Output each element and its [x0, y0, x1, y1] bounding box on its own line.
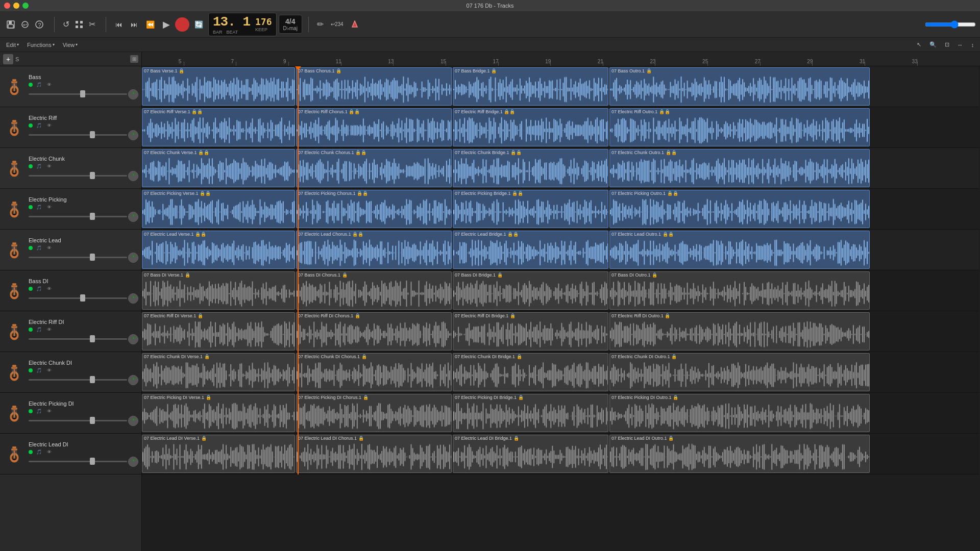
- pan-knob-bass-di[interactable]: [128, 293, 138, 304]
- fader-knob-electric-picking-di[interactable]: [90, 417, 95, 424]
- track-mute-electric-riff[interactable]: 🎵: [35, 122, 43, 129]
- track-lane-bass[interactable]: 07 Bass Verse.1 🔒07 Bass Chorus.1 🔒07 Ba…: [142, 66, 979, 107]
- track-mute-electric-lead[interactable]: 🎵: [35, 245, 43, 251]
- track-lane-electric-picking-di[interactable]: 07 Electric Picking DI Verse.1 🔒07 Elect…: [142, 393, 979, 434]
- track-lane-electric-lead-di[interactable]: 07 Electric Lead DI Verse.1 🔒07 Electric…: [142, 434, 979, 474]
- track-lane-electric-lead[interactable]: 07 Electric Lead Verse.1 🔒🔒07 Electric L…: [142, 230, 979, 270]
- clip-bass-2[interactable]: 07 Bass Bridge.1 🔒: [453, 67, 608, 106]
- clip-bass-1[interactable]: 07 Bass Chorus.1 🔒: [296, 67, 452, 106]
- track-mute-bass-di[interactable]: 🎵: [35, 286, 43, 292]
- view-menu-button[interactable]: View ▾: [60, 41, 81, 49]
- track-solo-bass-di[interactable]: 👁: [45, 286, 53, 292]
- clip-electric-picking-di-0[interactable]: 07 Electric Picking DI Verse.1 🔒: [142, 394, 295, 432]
- pan-knob-electric-lead[interactable]: [128, 253, 138, 263]
- clip-electric-picking-di-2[interactable]: 07 Electric Picking DI Bridge.1 🔒: [453, 394, 608, 432]
- play-button[interactable]: ▶: [160, 17, 173, 32]
- clip-electric-picking-3[interactable]: 07 Electric Picking Outro.1 🔒🔒: [609, 190, 870, 228]
- fader-knob-electric-riff-di[interactable]: [90, 335, 95, 342]
- track-lane-electric-riff-di[interactable]: 07 Electric Riff DI Verse.1 🔒07 Electric…: [142, 311, 979, 352]
- clip-electric-lead-0[interactable]: 07 Electric Lead Verse.1 🔒🔒: [142, 231, 295, 269]
- clip-electric-chunk-di-1[interactable]: 07 Electric Chunk DI Chorus.1 🔒: [296, 353, 452, 391]
- close-button[interactable]: [4, 3, 10, 9]
- edit-menu-button[interactable]: Edit ▾: [3, 41, 22, 49]
- track-mute-electric-riff-di[interactable]: 🎵: [35, 327, 43, 333]
- pan-knob-electric-chunk[interactable]: [128, 171, 138, 181]
- clip-bass-di-1[interactable]: 07 Bass DI Chorus.1 🔒: [296, 271, 452, 310]
- clip-electric-lead-di-1[interactable]: 07 Electric Lead DI Chorus.1 🔒: [296, 435, 452, 473]
- maximize-button[interactable]: [22, 3, 29, 9]
- functions-menu-button[interactable]: Functions ▾: [24, 41, 58, 49]
- ruler[interactable]: 579111315171921232527293133: [142, 52, 980, 66]
- fader-knob-bass[interactable]: [80, 90, 85, 97]
- track-lane-electric-chunk-di[interactable]: 07 Electric Chunk DI Verse.1 🔒07 Electri…: [142, 352, 979, 393]
- clip-electric-picking-2[interactable]: 07 Electric Picking Bridge.1 🔒🔒: [453, 190, 608, 228]
- revert-button[interactable]: ↩: [18, 18, 32, 31]
- clip-electric-lead-3[interactable]: 07 Electric Lead Outro.1 🔒🔒: [609, 231, 870, 269]
- clip-electric-riff-0[interactable]: 07 Electric Riff Verse.1 🔒🔒: [142, 108, 295, 146]
- track-solo-electric-riff[interactable]: 👁: [45, 122, 53, 129]
- pan-knob-electric-chunk-di[interactable]: [128, 375, 138, 385]
- clip-electric-picking-1[interactable]: 07 Electric Picking Chorus.1 🔒🔒: [296, 190, 452, 228]
- pan-knob-electric-picking[interactable]: [128, 212, 138, 222]
- track-solo-electric-chunk-di[interactable]: 👁: [45, 367, 53, 373]
- fit-tracks-button[interactable]: ⊡: [942, 40, 952, 49]
- minimize-button[interactable]: [13, 3, 19, 9]
- help-button[interactable]: ?: [33, 18, 46, 31]
- pointer-tool[interactable]: ↖: [914, 40, 924, 49]
- pan-knob-electric-lead-di[interactable]: [128, 457, 138, 467]
- clip-bass-3[interactable]: 07 Bass Outro.1 🔒: [609, 67, 870, 106]
- clip-bass-di-0[interactable]: 07 Bass DI Verse.1 🔒: [142, 271, 295, 310]
- fader-knob-electric-lead[interactable]: [90, 254, 95, 261]
- zoom-vertical-button[interactable]: ↕: [968, 41, 977, 49]
- track-mute-electric-picking[interactable]: 🎵: [35, 204, 43, 210]
- pan-knob-electric-riff[interactable]: [128, 130, 138, 140]
- clip-electric-lead-di-0[interactable]: 07 Electric Lead DI Verse.1 🔒: [142, 435, 295, 473]
- track-list-options[interactable]: ⊞: [130, 55, 138, 63]
- track-mute-electric-picking-di[interactable]: 🎵: [35, 408, 43, 414]
- clip-electric-lead-di-2[interactable]: 07 Electric Lead DI Bridge.1 🔒: [453, 435, 608, 473]
- rewind-button[interactable]: ⏮: [112, 18, 126, 31]
- clip-electric-picking-di-1[interactable]: 07 Electric Picking DI Chorus.1 🔒: [296, 394, 452, 432]
- clip-electric-riff-1[interactable]: 07 Electric Riff Chorus.1 🔒🔒: [296, 108, 452, 146]
- loop-button[interactable]: ↺: [61, 17, 71, 31]
- skip-back-button[interactable]: ⏪: [143, 18, 158, 31]
- track-lane-bass-di[interactable]: 07 Bass DI Verse.1 🔒07 Bass DI Chorus.1 …: [142, 270, 979, 311]
- clip-electric-picking-0[interactable]: 07 Electric Picking Verse.1 🔒🔒: [142, 190, 295, 228]
- fader-knob-electric-riff[interactable]: [90, 131, 95, 138]
- track-mute-electric-chunk-di[interactable]: 🎵: [35, 367, 43, 373]
- track-mute-bass[interactable]: 🎵: [35, 82, 43, 88]
- record-button[interactable]: [175, 17, 189, 32]
- clip-electric-chunk-2[interactable]: 07 Electric Chunk Bridge.1 🔒🔒: [453, 149, 608, 187]
- clip-bass-di-3[interactable]: 07 Bass DI Outro.1 🔒: [609, 271, 870, 310]
- fader-knob-electric-lead-di[interactable]: [90, 458, 95, 465]
- clip-electric-chunk-3[interactable]: 07 Electric Chunk Outro.1 🔒🔒: [609, 149, 870, 187]
- cycle-button[interactable]: 🔄: [191, 18, 206, 31]
- clip-electric-lead-1[interactable]: 07 Electric Lead Chorus.1 🔒🔒: [296, 231, 452, 269]
- fast-forward-button[interactable]: ⏭: [128, 18, 141, 31]
- track-solo-electric-picking-di[interactable]: 👁: [45, 408, 53, 414]
- clip-bass-di-2[interactable]: 07 Bass DI Bridge.1 🔒: [453, 271, 608, 310]
- cut-button[interactable]: ✂: [87, 17, 97, 31]
- track-lane-electric-picking[interactable]: 07 Electric Picking Verse.1 🔒🔒07 Electri…: [142, 189, 979, 230]
- tracks-scroll[interactable]: 07 Bass Verse.1 🔒07 Bass Chorus.1 🔒07 Ba…: [142, 66, 980, 551]
- fader-knob-electric-picking[interactable]: [90, 213, 95, 220]
- clip-electric-riff-di-3[interactable]: 07 Electric Riff DI Outro.1 🔒: [609, 312, 870, 350]
- clip-electric-riff-di-1[interactable]: 07 Electric Riff DI Chorus.1 🔒: [296, 312, 452, 350]
- track-lane-electric-chunk[interactable]: 07 Electric Chunk Verse.1 🔒🔒07 Electric …: [142, 148, 979, 189]
- clip-electric-riff-di-2[interactable]: 07 Electric Riff DI Bridge.1 🔒: [453, 312, 608, 350]
- track-mute-electric-lead-di[interactable]: 🎵: [35, 449, 43, 455]
- clip-electric-chunk-1[interactable]: 07 Electric Chunk Chorus.1 🔒🔒: [296, 149, 452, 187]
- track-solo-electric-chunk[interactable]: 👁: [45, 163, 53, 169]
- clip-electric-lead-2[interactable]: 07 Electric Lead Bridge.1 🔒🔒: [453, 231, 608, 269]
- track-solo-electric-lead-di[interactable]: 👁: [45, 449, 53, 455]
- save-button[interactable]: [4, 18, 17, 31]
- clip-electric-riff-3[interactable]: 07 Electric Riff Outro.1 🔒🔒: [609, 108, 870, 146]
- track-solo-bass[interactable]: 👁: [45, 82, 53, 88]
- track-solo-electric-lead[interactable]: 👁: [45, 245, 53, 251]
- clip-bass-0[interactable]: 07 Bass Verse.1 🔒: [142, 67, 295, 106]
- clip-electric-riff-di-0[interactable]: 07 Electric Riff DI Verse.1 🔒: [142, 312, 295, 350]
- clip-electric-riff-2[interactable]: 07 Electric Riff Bridge.1 🔒🔒: [453, 108, 608, 146]
- pencil-button[interactable]: ✏: [315, 17, 326, 31]
- undo-button[interactable]: ↩234: [329, 19, 346, 29]
- track-mute-electric-chunk[interactable]: 🎵: [35, 163, 43, 169]
